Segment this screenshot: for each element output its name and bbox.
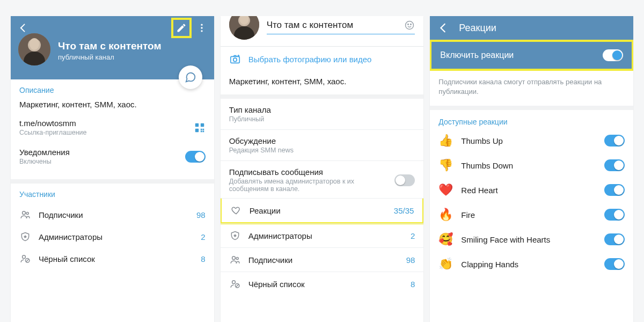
block-icon bbox=[229, 279, 241, 289]
channel-title: Что там с контентом bbox=[58, 40, 162, 52]
reaction-toggle[interactable] bbox=[604, 258, 625, 270]
svg-rect-25 bbox=[230, 56, 239, 63]
chat-fab[interactable] bbox=[179, 65, 202, 89]
svg-point-0 bbox=[201, 24, 202, 26]
reactions-row[interactable]: Реакции 35/35 bbox=[221, 198, 424, 224]
members-section: Участники Подписчики 98 Администраторы bbox=[11, 184, 214, 278]
block-icon bbox=[19, 253, 31, 264]
notifications-toggle[interactable] bbox=[185, 151, 206, 163]
discussion-row[interactable]: Обсуждение Редакция SMM news bbox=[221, 129, 424, 160]
reaction-toggle[interactable] bbox=[604, 209, 625, 221]
edit-black-row[interactable]: Чёрный список 8 bbox=[221, 272, 424, 296]
svg-point-1 bbox=[201, 27, 202, 28]
svg-point-26 bbox=[233, 58, 236, 61]
more-icon[interactable] bbox=[195, 21, 209, 35]
svg-rect-12 bbox=[201, 130, 202, 132]
shield-icon bbox=[229, 230, 241, 241]
notifications-row[interactable]: Уведомления Включены bbox=[19, 142, 206, 171]
svg-rect-8 bbox=[201, 123, 204, 126]
edit-name-row: Что там с контентом bbox=[221, 16, 424, 47]
available-head: Доступные реакции bbox=[430, 110, 633, 128]
reaction-toggle[interactable] bbox=[604, 184, 625, 196]
subscribers-label: Подписчики bbox=[39, 210, 83, 219]
admins-row[interactable]: Администраторы 2 bbox=[19, 225, 206, 247]
reaction-row[interactable]: 🥰Smiling Face with Hearts bbox=[430, 227, 633, 252]
edit-avatar[interactable] bbox=[229, 16, 259, 40]
blacklist-row[interactable]: Чёрный список 8 bbox=[19, 247, 206, 269]
discussion-sub: Редакция SMM news bbox=[229, 147, 294, 154]
channel-type-row[interactable]: Тип канала Публичный bbox=[221, 99, 424, 129]
reaction-emoji: ❤️ bbox=[438, 183, 452, 197]
back-icon[interactable] bbox=[16, 21, 30, 35]
reaction-label: Thumbs Down bbox=[461, 161, 596, 170]
edit-subs-row[interactable]: Подписчики 98 bbox=[221, 247, 424, 272]
channel-name-input[interactable]: Что там с контентом bbox=[267, 20, 400, 31]
edit-admins-value: 2 bbox=[411, 231, 415, 240]
channel-type-label: Тип канала bbox=[229, 105, 271, 114]
back-icon[interactable] bbox=[437, 22, 449, 34]
reaction-row[interactable]: 🔥Fire bbox=[430, 202, 633, 227]
svg-point-24 bbox=[411, 24, 412, 25]
emoji-icon[interactable] bbox=[404, 20, 415, 31]
camera-icon bbox=[229, 53, 241, 65]
subscribers-icon bbox=[19, 209, 31, 220]
enable-reactions-toggle[interactable] bbox=[603, 49, 623, 61]
reaction-row[interactable]: 👏Clapping Hands bbox=[430, 252, 633, 276]
reaction-label: Fire bbox=[461, 210, 596, 219]
description-head: Описание bbox=[19, 86, 206, 94]
edit-admins-label: Администраторы bbox=[248, 231, 312, 240]
heart-icon bbox=[230, 205, 242, 216]
pick-media-row[interactable]: Выбрать фотографию или видео bbox=[221, 47, 424, 71]
svg-point-16 bbox=[23, 255, 26, 259]
channel-edit-panel: Что там с контентом Выбрать фотографию и… bbox=[221, 16, 424, 322]
enable-reactions-row[interactable]: Включить реакции bbox=[430, 40, 633, 71]
reaction-label: Smiling Face with Hearts bbox=[461, 235, 596, 244]
reaction-emoji: 🔥 bbox=[438, 208, 452, 222]
reactions-value: 35/35 bbox=[394, 206, 414, 215]
reactions-note: Подписчики канала смогут отправлять реак… bbox=[430, 71, 633, 110]
channel-type-value: Публичный bbox=[229, 115, 271, 123]
channel-info-panel: Что там с контентом публичный канал Опис… bbox=[11, 16, 214, 322]
qr-icon[interactable] bbox=[194, 122, 206, 134]
reaction-toggle[interactable] bbox=[604, 135, 625, 147]
notifications-sub: Включены bbox=[19, 158, 70, 165]
edit-subs-value: 98 bbox=[406, 255, 415, 265]
reaction-row[interactable]: 👎Thumbs Down bbox=[430, 153, 633, 178]
edit-icon[interactable] bbox=[174, 21, 188, 35]
svg-rect-13 bbox=[202, 130, 204, 132]
svg-rect-10 bbox=[201, 128, 202, 130]
reaction-row[interactable]: ❤️Red Heart bbox=[430, 178, 633, 202]
svg-point-22 bbox=[406, 21, 414, 29]
reactions-list: 👍Thumbs Up👎Thumbs Down❤️Red Heart🔥Fire🥰S… bbox=[430, 128, 633, 276]
svg-point-23 bbox=[408, 24, 409, 25]
reactions-panel: Реакции Включить реакции Подписчики кана… bbox=[430, 16, 633, 322]
svg-point-14 bbox=[23, 211, 26, 215]
sign-sub: Добавлять имена администраторов к их соо… bbox=[229, 178, 369, 193]
sign-toggle[interactable] bbox=[394, 174, 415, 186]
reaction-label: Red Heart bbox=[461, 186, 596, 195]
blacklist-value: 8 bbox=[201, 254, 205, 264]
reaction-row[interactable]: 👍Thumbs Up bbox=[430, 128, 633, 153]
svg-point-15 bbox=[26, 212, 28, 214]
svg-rect-11 bbox=[202, 128, 204, 130]
edit-subs-label: Подписчики bbox=[248, 255, 293, 265]
reaction-emoji: 👏 bbox=[438, 257, 452, 271]
reaction-toggle[interactable] bbox=[604, 159, 625, 171]
reaction-emoji: 👎 bbox=[438, 158, 452, 172]
description-section: Описание Маркетинг, контент, SMM, хаос. … bbox=[11, 79, 214, 184]
invite-link: t.me/nowtosmm bbox=[19, 119, 86, 128]
admins-label: Администраторы bbox=[39, 232, 103, 241]
invite-link-row[interactable]: t.me/nowtosmm Ссылка-приглашение bbox=[19, 113, 206, 142]
members-head: Участники bbox=[19, 190, 206, 199]
subscribers-row[interactable]: Подписчики 98 bbox=[19, 204, 206, 225]
edit-black-label: Чёрный список bbox=[248, 280, 305, 289]
notifications-label: Уведомления bbox=[19, 148, 70, 157]
svg-point-28 bbox=[236, 257, 238, 259]
sign-messages-row[interactable]: Подписывать сообщения Добавлять имена ад… bbox=[221, 160, 424, 199]
reaction-label: Thumbs Up bbox=[461, 136, 596, 145]
edit-description[interactable]: Маркетинг, контент, SMM, хаос. bbox=[221, 71, 424, 99]
reaction-toggle[interactable] bbox=[604, 233, 625, 245]
reactions-label: Реакции bbox=[250, 206, 281, 215]
edit-admins-row[interactable]: Администраторы 2 bbox=[221, 223, 424, 247]
reaction-emoji: 👍 bbox=[438, 134, 452, 148]
